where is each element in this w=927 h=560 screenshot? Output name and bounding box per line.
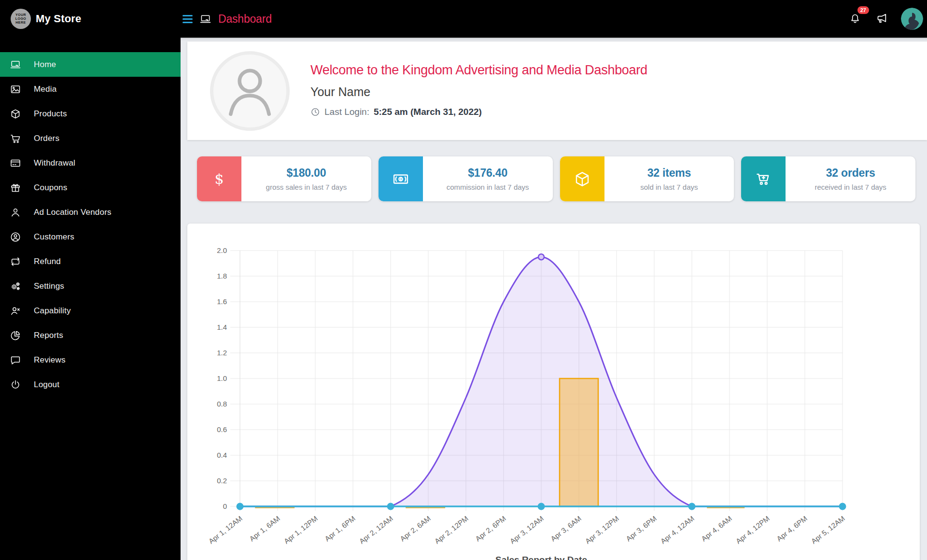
svg-text:0.8: 0.8 [217,400,227,408]
stat-label: gross sales in last 7 days [266,183,347,191]
chat-icon [10,354,21,366]
sidebar-menu: HomeMediaProductsOrdersWithdrawalCoupons… [0,52,181,397]
welcome-title: Welcome to the Kingdom Advertising and M… [310,63,647,78]
sidebar-item-label: Reviews [34,355,66,365]
sidebar-item-label: Reports [34,331,63,340]
cube-icon [10,108,21,120]
svg-text:Apr 1, 6PM: Apr 1, 6PM [323,514,357,543]
svg-text:1.4: 1.4 [217,323,227,331]
svg-text:1.8: 1.8 [217,272,227,280]
nav-dashboard-link[interactable]: Dashboard [218,13,272,26]
last-login-label: Last Login: [324,107,369,117]
store-logo-text: YOUR [15,13,26,17]
notification-badge: 27 [857,6,869,14]
dashboard-icon [199,13,211,25]
sidebar-item-label: Ad Location Vendors [34,208,112,217]
store-logo-text: HERE [15,21,26,25]
menu-toggle-button[interactable] [183,15,193,23]
svg-text:Apr 4, 12AM: Apr 4, 12AM [659,514,696,546]
sidebar-item-media[interactable]: Media [0,77,181,101]
sidebar-item-reports[interactable]: Reports [0,323,181,348]
gift-icon [10,182,21,194]
notifications-button[interactable]: 27 [849,13,861,25]
stat-icon-box [560,156,604,201]
store-logo-text: LOGO [15,17,27,21]
last-login-value: 5:25 am (March 31, 2022) [374,107,482,117]
sidebar-item-label: Withdrawal [34,158,75,168]
bell-icon [849,13,861,25]
svg-text:Apr 4, 6AM: Apr 4, 6AM [700,514,733,543]
profile-avatar-placeholder [210,51,290,131]
megaphone-icon[interactable] [874,12,888,26]
main-content: Welcome to the Kingdom Advertising and M… [181,38,927,560]
stat-value: 32 orders [826,167,875,180]
sidebar-item-label: Products [34,109,67,119]
sidebar-item-refund[interactable]: Refund [0,249,181,274]
sidebar-item-label: Media [34,84,56,94]
svg-text:Apr 3, 6AM: Apr 3, 6AM [549,514,583,543]
topbar: YOUR LOGO HERE My Store Dashboard 27 [0,0,927,38]
sidebar-item-label: Home [34,60,56,70]
stat-card-received: 32 ordersreceived in last 7 days [741,156,915,201]
pie-chart-icon [10,330,21,341]
sidebar-item-ad-location-vendors[interactable]: Ad Location Vendors [0,200,181,224]
gears-icon [10,280,21,292]
sales-chart-svg: 2.01.81.61.41.21.00.80.60.40.20Apr 1, 12… [187,224,920,560]
sidebar-item-coupons[interactable]: Coupons [0,175,181,200]
stat-value: 32 items [647,167,691,180]
sidebar-item-logout[interactable]: Logout [0,372,181,397]
svg-text:Apr 2, 12PM: Apr 2, 12PM [433,514,470,546]
svg-text:1.0: 1.0 [217,374,227,382]
sidebar-item-customers[interactable]: Customers [0,224,181,249]
sidebar: HomeMediaProductsOrdersWithdrawalCoupons… [0,38,181,560]
sidebar-item-capability[interactable]: Capability [0,298,181,323]
svg-text:Apr 3, 6PM: Apr 3, 6PM [624,514,658,543]
svg-text:0.2: 0.2 [217,476,227,485]
sidebar-item-reviews[interactable]: Reviews [0,348,181,372]
power-icon [10,379,21,391]
svg-text:Apr 2, 6PM: Apr 2, 6PM [474,514,507,543]
sidebar-item-withdrawal[interactable]: Withdrawal [0,151,181,175]
welcome-card: Welcome to the Kingdom Advertising and M… [187,42,927,140]
cart-icon [10,133,21,144]
store-name: My Store [36,0,82,38]
user-avatar[interactable] [901,8,923,30]
sidebar-item-settings[interactable]: Settings [0,274,181,298]
clock-icon [310,107,320,117]
stat-icon-box: $ [197,156,241,201]
svg-text:Apr 1, 12AM: Apr 1, 12AM [207,514,244,546]
svg-text:1.6: 1.6 [217,297,227,306]
sidebar-item-label: Settings [34,281,64,291]
person-icon [213,55,286,127]
topbar-actions: 27 [849,0,923,38]
banknote-icon [392,170,410,188]
dollar-icon: $ [210,170,228,188]
cube-icon [573,170,591,188]
stat-label: received in last 7 days [815,183,886,191]
cart-plus-icon [754,170,772,188]
svg-text:Apr 1, 12PM: Apr 1, 12PM [282,514,319,546]
sidebar-item-label: Refund [34,257,61,266]
svg-text:Apr 4, 6PM: Apr 4, 6PM [775,514,809,543]
sidebar-item-label: Orders [34,134,59,143]
stat-value: $180.00 [287,167,326,180]
store-logo[interactable]: YOUR LOGO HERE [11,9,31,29]
svg-text:0.6: 0.6 [217,425,227,434]
stat-label: commission in last 7 days [447,183,529,191]
sales-chart-card: 2.01.81.61.41.21.00.80.60.40.20Apr 1, 12… [187,224,920,560]
stat-icon-box [379,156,423,201]
laptop-icon [10,59,21,70]
svg-text:Apr 3, 12AM: Apr 3, 12AM [508,514,545,546]
user-circle-icon [10,231,21,243]
image-icon [10,84,21,95]
sidebar-item-home[interactable]: Home [0,52,181,77]
stats-row: $$180.00gross sales in last 7 days$176.4… [197,156,915,201]
sidebar-item-label: Logout [34,380,59,390]
refund-icon [10,256,21,267]
stat-label: sold in last 7 days [640,183,698,191]
svg-text:1.2: 1.2 [217,349,227,357]
sidebar-item-orders[interactable]: Orders [0,126,181,151]
svg-text:Apr 5, 12AM: Apr 5, 12AM [810,514,846,546]
sidebar-item-products[interactable]: Products [0,101,181,126]
user-x-icon [10,305,21,317]
